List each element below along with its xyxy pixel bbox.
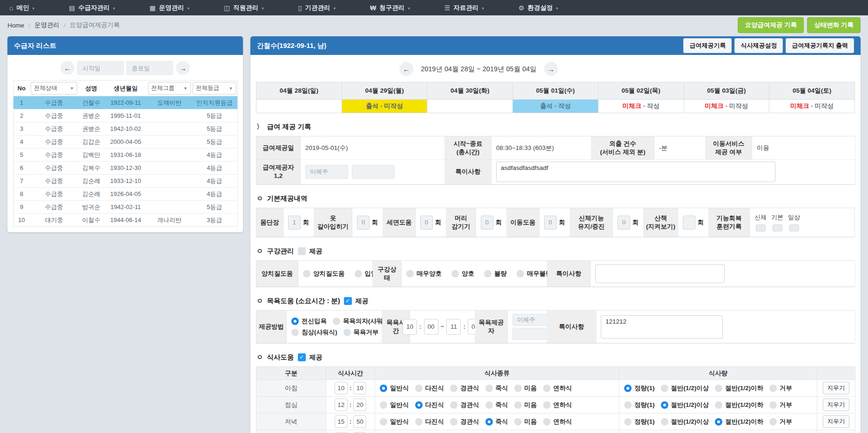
provide-record-button[interactable]: 급여제공기록 <box>683 38 732 53</box>
rehab-option-button[interactable] <box>756 224 766 231</box>
meal-provide-checkbox[interactable]: ✓ <box>298 353 306 361</box>
meal-type-option[interactable]: 죽식 <box>485 401 508 409</box>
week-day-status[interactable]: 출석 - 미작성 <box>342 100 427 113</box>
week-day-status[interactable]: 미체크 - 미작성 <box>769 100 855 113</box>
nav-item-data-mgmt[interactable]: ☰자료관리▾ <box>444 4 484 12</box>
basic-count-input[interactable] <box>481 216 493 230</box>
nav-item-operation-mgmt[interactable]: ▦운영관리▾ <box>149 4 189 12</box>
week-next-button[interactable]: → <box>544 62 558 76</box>
rehab-option-button[interactable] <box>773 224 782 231</box>
basic-count-input[interactable] <box>288 216 301 230</box>
recipient-row[interactable]: 5수급중김백만1931-06-184등급 <box>13 149 237 162</box>
nav-item-staff-mgmt[interactable]: ◫직원관리▾ <box>224 4 264 12</box>
meal-hour-input[interactable] <box>335 382 348 394</box>
basic-count-input[interactable] <box>544 216 557 230</box>
list-next-button[interactable]: → <box>176 61 190 75</box>
meal-type-option[interactable]: 경관식 <box>450 418 479 426</box>
meal-type-option[interactable]: 미음 <box>514 401 537 409</box>
week-day-status[interactable] <box>256 100 342 113</box>
meal-setting-button[interactable]: 식사제공설정 <box>734 38 783 53</box>
recipient-row[interactable]: 2수급중권병순1995-11-015등급 <box>13 109 237 122</box>
nav-item-settings[interactable]: ⚙환경설정▾ <box>518 4 558 12</box>
clear-button[interactable]: 지우기 <box>823 382 850 394</box>
meal-amount-option[interactable]: 절반(1/2)이상 <box>661 401 709 409</box>
meal-minute-input[interactable] <box>353 415 366 428</box>
meal-type-option[interactable]: 경관식 <box>450 401 479 409</box>
print-record-button[interactable]: 급여제공기록지 출력 <box>786 38 854 53</box>
bath-method-option[interactable]: 전신입욕 <box>291 317 327 325</box>
meal-type-option[interactable]: 미음 <box>514 384 537 392</box>
week-day-status[interactable]: 미체크 - 작성 <box>598 100 684 113</box>
meal-amount-option[interactable]: 거부 <box>769 418 792 426</box>
meal-type-option[interactable]: 미음 <box>514 418 537 426</box>
brush-option[interactable]: 양치질도움 <box>303 270 345 278</box>
oral-state-option[interactable]: 불량 <box>484 270 507 278</box>
oral-state-option[interactable]: 매우양호 <box>406 270 442 278</box>
basic-count-input[interactable] <box>618 216 630 230</box>
meal-type-option[interactable]: 다진식 <box>415 401 444 409</box>
oral-provide-checkbox[interactable]: ✓ <box>298 247 306 255</box>
meal-amount-option[interactable]: 절반(1/2)이하 <box>715 384 763 392</box>
meal-type-option[interactable]: 다진식 <box>415 384 444 392</box>
nav-item-billing-mgmt[interactable]: ₩청구관리▾ <box>370 4 410 12</box>
meal-amount-option[interactable]: 거부 <box>769 384 792 392</box>
meal-amount-option[interactable]: 정량(1) <box>624 384 655 392</box>
meal-minute-input[interactable] <box>353 382 366 394</box>
meal-amount-option[interactable]: 절반(1/2)이상 <box>661 418 709 426</box>
rehab-option-button[interactable] <box>789 224 799 231</box>
basic-count-input[interactable] <box>357 216 370 230</box>
meal-minute-input[interactable] <box>353 399 366 411</box>
bath-method-option[interactable]: 목욕거부 <box>343 328 379 337</box>
meal-amount-option[interactable]: 절반(1/2)이상 <box>661 384 709 392</box>
provider1-input[interactable] <box>305 165 348 179</box>
bath-provider1-input[interactable] <box>512 314 548 326</box>
bath-provide-checkbox[interactable]: ✓ <box>344 297 352 305</box>
status-filter-select[interactable]: 전체상태 ▼ <box>31 82 77 95</box>
meal-type-option[interactable]: 연하식 <box>543 401 572 409</box>
recipient-row[interactable]: 6수급중김복수1930-12-304등급 <box>13 162 237 175</box>
grade-filter-select[interactable]: 전체등급 ▼ <box>193 82 236 95</box>
week-prev-button[interactable]: ← <box>399 62 413 76</box>
care-record-button[interactable]: 요양급여제공 기록 <box>738 17 804 33</box>
meal-amount-option[interactable]: 절반(1/2)이하 <box>715 401 763 409</box>
oral-note-input[interactable] <box>595 264 725 283</box>
recipient-row[interactable]: 10대기중이철수1944-06-14개나리반3등급 <box>13 214 237 227</box>
basic-count-input[interactable] <box>420 216 433 230</box>
end-date-input[interactable] <box>127 61 173 75</box>
week-day-status[interactable]: 미체크 - 미작성 <box>684 100 769 113</box>
meal-amount-option[interactable]: 절반(1/2)이하 <box>715 418 763 426</box>
clear-button[interactable]: 지우기 <box>823 399 850 411</box>
record-note-textarea[interactable]: asdfasdfasdfsadf <box>496 162 775 182</box>
meal-type-option[interactable]: 일반식 <box>380 401 409 409</box>
status-change-button[interactable]: 상태변화 기록 <box>807 17 861 33</box>
oral-state-option[interactable]: 양호 <box>451 270 474 278</box>
meal-type-option[interactable]: 다진식 <box>415 418 444 426</box>
bath-time-input[interactable] <box>446 319 461 335</box>
provider2-input[interactable] <box>352 165 395 179</box>
meal-amount-option[interactable]: 정량(1) <box>624 418 655 426</box>
week-day-status[interactable]: 출석 - 작성 <box>513 100 599 113</box>
clear-button[interactable]: 지우기 <box>823 415 850 428</box>
recipient-row[interactable]: 3수급중권병순1942-10-025등급 <box>13 122 237 135</box>
nav-item-recipient-mgmt[interactable]: ▤수급자관리▾ <box>69 4 115 12</box>
meal-amount-option[interactable]: 거부 <box>769 401 792 409</box>
meal-hour-input[interactable] <box>335 399 348 411</box>
meal-type-option[interactable]: 경관식 <box>450 384 479 392</box>
meal-type-option[interactable]: 죽식 <box>485 418 508 426</box>
oral-state-option[interactable]: 매우불량 <box>517 270 552 278</box>
recipient-row[interactable]: 1수급중간철수1922-09-11도깨비반인지지원등급 <box>13 96 237 109</box>
recipient-row[interactable]: 7수급중김순례1933-12-104등급 <box>13 175 237 188</box>
meal-amount-option[interactable]: 정량(1) <box>624 401 655 409</box>
breadcrumb-item[interactable]: 운영관리 <box>34 21 60 29</box>
basic-count-input[interactable] <box>683 216 695 230</box>
meal-type-option[interactable]: 일반식 <box>380 418 409 426</box>
group-filter-select[interactable]: 전체그룹 ▼ <box>148 82 191 95</box>
bath-time-input[interactable] <box>403 319 417 335</box>
nav-item-institution-mgmt[interactable]: ▯기관관리▾ <box>298 4 336 12</box>
bath-time-input[interactable] <box>424 319 438 335</box>
meal-type-option[interactable]: 연하식 <box>543 384 572 392</box>
bath-note-textarea[interactable]: 121212 <box>601 315 723 338</box>
breadcrumb-item[interactable]: Home <box>7 22 24 29</box>
meal-type-option[interactable]: 죽식 <box>485 384 508 392</box>
recipient-row[interactable]: 9수급중방귀순1942-02-115등급 <box>13 201 237 214</box>
